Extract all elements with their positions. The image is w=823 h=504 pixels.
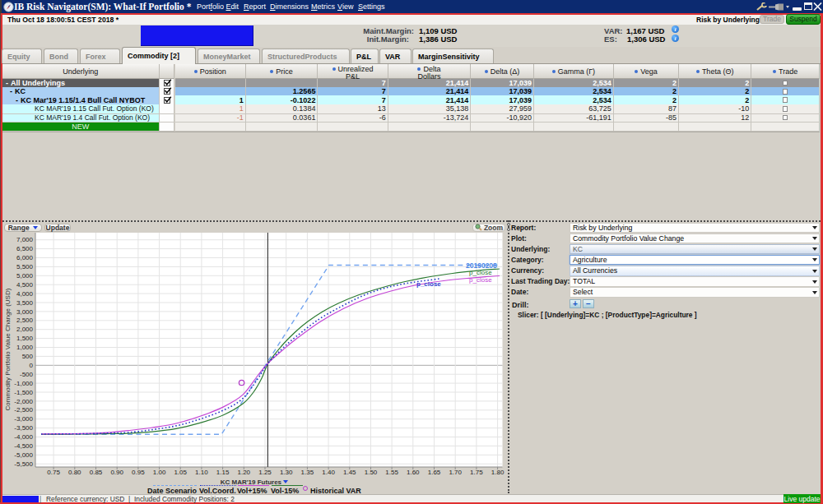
svg-text:1.15: 1.15 — [216, 469, 230, 476]
svg-text:-4,500: -4,500 — [14, 442, 33, 450]
svg-text:1.40: 1.40 — [322, 469, 335, 476]
svg-text:5,000: 5,000 — [16, 272, 34, 280]
svg-text:-2,500: -2,500 — [14, 406, 33, 414]
svg-text:0.90: 0.90 — [110, 469, 123, 476]
svg-text:2,500: 2,500 — [16, 317, 34, 324]
svg-text:1.25: 1.25 — [258, 469, 272, 476]
svg-text:0.80: 0.80 — [68, 469, 81, 476]
svg-text:1.50: 1.50 — [365, 469, 378, 476]
svg-text:1.20: 1.20 — [238, 469, 251, 476]
svg-text:-3,000: -3,000 — [14, 415, 33, 423]
svg-text:4,500: 4,500 — [16, 281, 34, 289]
svg-text:Commodity Portfolio Value Chan: Commodity Portfolio Value Change (USD) — [4, 288, 12, 410]
svg-text:7,000: 7,000 — [16, 236, 34, 243]
svg-text:0.85: 0.85 — [90, 469, 103, 476]
svg-text:1.05: 1.05 — [174, 469, 187, 476]
svg-text:3,500: 3,500 — [16, 299, 34, 307]
svg-text:6,000: 6,000 — [16, 254, 34, 261]
svg-text:1.10: 1.10 — [195, 469, 208, 476]
svg-text:1.65: 1.65 — [428, 469, 441, 476]
svg-text:-4,000: -4,000 — [14, 433, 33, 441]
svg-text:1,000: 1,000 — [16, 344, 34, 351]
svg-text:1.00: 1.00 — [153, 469, 166, 476]
svg-text:-1,000: -1,000 — [14, 380, 33, 387]
svg-text:1.35: 1.35 — [301, 469, 314, 476]
svg-text:0.75: 0.75 — [47, 469, 60, 476]
svg-text:0: 0 — [30, 362, 34, 369]
svg-text:p_close: p_close — [469, 269, 492, 276]
svg-text:1,500: 1,500 — [16, 335, 34, 342]
svg-text:500: 500 — [22, 353, 34, 360]
svg-text:1.60: 1.60 — [407, 469, 420, 476]
svg-text:0.95: 0.95 — [132, 469, 145, 476]
svg-text:1.55: 1.55 — [385, 469, 398, 476]
svg-text:-500: -500 — [20, 371, 34, 378]
svg-text:1.45: 1.45 — [343, 469, 356, 476]
svg-text:-5,000: -5,000 — [14, 451, 33, 459]
svg-text:-3,500: -3,500 — [14, 424, 33, 432]
svg-text:1.80: 1.80 — [491, 469, 504, 476]
svg-text:-5,500: -5,500 — [14, 460, 33, 468]
svg-text:p_close: p_close — [469, 276, 492, 284]
svg-text:1.70: 1.70 — [449, 469, 462, 476]
svg-text:-2,000: -2,000 — [14, 398, 33, 405]
svg-text:5,500: 5,500 — [16, 263, 34, 270]
svg-text:4,000: 4,000 — [16, 290, 34, 298]
svg-text:2,000: 2,000 — [16, 326, 34, 333]
svg-text:1.75: 1.75 — [470, 469, 483, 476]
svg-text:6,500: 6,500 — [16, 245, 34, 252]
svg-text:3,000: 3,000 — [16, 308, 34, 316]
svg-text:-1,500: -1,500 — [14, 389, 33, 396]
svg-text:p_close: p_close — [416, 280, 441, 288]
svg-text:1.30: 1.30 — [280, 469, 293, 476]
